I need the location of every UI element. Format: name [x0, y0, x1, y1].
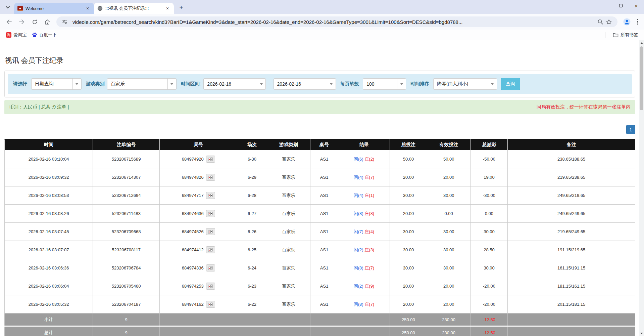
back-icon[interactable]: [4, 16, 14, 27]
minimize-button[interactable]: [598, 0, 613, 11]
bookmark-baidu[interactable]: 百度一下: [29, 31, 59, 39]
cell-time: 2026-02-16 03:07:07: [5, 241, 93, 259]
cell-session: 6-23: [237, 277, 267, 295]
cell-bet-id: 523206712694: [93, 186, 160, 205]
column-header: 备注: [508, 139, 635, 150]
cell-payout: 28.50: [470, 241, 508, 259]
search-button[interactable]: 查询: [501, 78, 520, 90]
zoom-icon[interactable]: [596, 17, 605, 26]
home-icon[interactable]: [42, 16, 53, 27]
cell-note: 219.65/249.65: [508, 223, 635, 241]
bookmark-star-icon[interactable]: [605, 17, 613, 26]
cell-total-bet: 30.00: [390, 223, 427, 241]
date-end-value: 2026-02-16: [274, 81, 327, 87]
round-id-text: 684974162: [182, 302, 204, 307]
date-start-value: 2026-02-16: [204, 81, 257, 87]
cell-session: 6-30: [237, 150, 267, 168]
cell-valid-bet: 30.00: [427, 241, 470, 259]
tab-close-icon[interactable]: ×: [164, 5, 170, 11]
footer-total-bet: 250.00: [390, 326, 427, 336]
cell-note: 181.15/161.15: [508, 277, 635, 295]
tab-close-icon[interactable]: ×: [85, 5, 91, 11]
page-title: 视讯 会员下注纪录: [5, 56, 635, 65]
cell-session: 6-22: [237, 295, 267, 313]
cell-payout: 30.00: [470, 223, 508, 241]
result-banker: 庄(7): [364, 302, 374, 307]
view-cards-icon[interactable]: [206, 156, 215, 163]
browser-menu-icon[interactable]: [634, 17, 642, 27]
cell-round-id: 684974336: [160, 259, 237, 277]
footer-empty-cell: [267, 326, 310, 336]
footer-count: 9: [93, 326, 160, 336]
baidu-paw-icon: [32, 32, 37, 38]
cell-total-bet: 20.00: [390, 277, 427, 295]
reload-icon[interactable]: [29, 16, 40, 27]
game-kind-select[interactable]: 百家乐: [107, 78, 177, 90]
same-round-note: 同局有效投注，统一计算在该局第一张注单内: [537, 104, 631, 110]
new-tab-button[interactable]: +: [177, 3, 186, 12]
view-cards-icon[interactable]: [206, 246, 215, 253]
round-id-text: 684974920: [182, 157, 204, 162]
vertical-scrollbar[interactable]: [639, 40, 644, 336]
cell-total-bet: 50.00: [390, 150, 427, 168]
maximize-button[interactable]: [613, 0, 629, 11]
page-1-button[interactable]: 1: [626, 125, 635, 134]
forward-icon[interactable]: [16, 16, 27, 27]
date-start-select[interactable]: 2026-02-16: [203, 78, 266, 90]
footer-total-bet: 250.00: [390, 313, 427, 326]
summary-bar: 币别：人民币 | 总共 :9 注单 | 同局有效投注，统一计算在该局第一张注单内: [4, 100, 635, 114]
cell-bet-id: 523206706784: [93, 259, 160, 277]
url-text[interactable]: videoie.com/game/betrecord_search/kind3?…: [72, 19, 596, 25]
cell-payout: -20.00: [470, 295, 508, 313]
cell-session: 6-29: [237, 168, 267, 186]
cell-payout: -50.00: [470, 150, 508, 168]
date-end-select[interactable]: 2026-02-16: [274, 78, 336, 90]
cell-round-id: 684974717: [160, 186, 237, 205]
table-row: 2026-02-16 03:08:26523206711483684974636…: [5, 205, 635, 223]
cell-payout: 30.00: [470, 259, 508, 277]
result-player: 闲(8): [354, 265, 363, 270]
all-bookmarks-button[interactable]: 所有书签: [610, 31, 641, 39]
cell-game-kind: 百家乐: [267, 223, 310, 241]
cell-time: 2026-02-16 03:06:36: [5, 259, 93, 277]
tab-welcome[interactable]: ♠ Welcome ×: [14, 3, 94, 14]
query-mode-select[interactable]: 日期查询: [31, 78, 82, 90]
cell-session: 6-26: [237, 223, 267, 241]
sort-value: 降幂(由大到小): [434, 81, 488, 87]
bookmark-aitaobao[interactable]: 淘 爱淘宝: [3, 31, 29, 39]
site-settings-icon[interactable]: [60, 17, 69, 26]
view-cards-icon[interactable]: [206, 228, 215, 235]
round-id-text: 684974336: [182, 265, 204, 270]
cell-time: 2026-02-16 03:09:32: [5, 168, 93, 186]
footer-note-empty: [508, 313, 635, 326]
footer-label: 小计: [5, 313, 93, 326]
cell-round-id: 684974253: [160, 277, 237, 295]
view-cards-icon[interactable]: [206, 264, 215, 271]
scrollbar-thumb[interactable]: [640, 46, 643, 110]
scroll-up-icon[interactable]: [639, 40, 644, 46]
cell-result: 闲(2) 庄(3): [338, 241, 390, 259]
window-close-button[interactable]: ×: [629, 0, 644, 11]
bookmarks-bar: 淘 爱淘宝 百度一下 所有书签: [0, 30, 644, 40]
chevron-down-icon: [72, 79, 81, 89]
scroll-down-icon[interactable]: [639, 331, 644, 336]
address-bar[interactable]: videoie.com/game/betrecord_search/kind3?…: [56, 16, 617, 27]
view-cards-icon[interactable]: [206, 210, 215, 217]
cell-game-kind: 百家乐: [267, 168, 310, 186]
view-cards-icon[interactable]: [206, 283, 215, 290]
round-id-text: 684974636: [182, 211, 204, 216]
tab-search-chevron-icon[interactable]: [3, 2, 13, 12]
cell-table-id: AS1: [310, 168, 338, 186]
footer-label: 总计: [5, 326, 93, 336]
column-header: 总投注: [390, 139, 427, 150]
profile-avatar-icon[interactable]: [622, 16, 632, 27]
cell-note: 249.65/219.65: [508, 186, 635, 205]
view-cards-icon[interactable]: [206, 174, 215, 181]
cell-total-bet: 20.00: [390, 205, 427, 223]
view-cards-icon[interactable]: [206, 192, 215, 199]
sort-select[interactable]: 降幂(由大到小): [433, 78, 497, 90]
per-page-select[interactable]: 100: [363, 78, 406, 90]
cell-valid-bet: 50.00: [427, 150, 470, 168]
view-cards-icon[interactable]: [206, 301, 215, 308]
tab-betrecord[interactable]: :::视讯 会员下注纪录::: ×: [94, 3, 174, 14]
